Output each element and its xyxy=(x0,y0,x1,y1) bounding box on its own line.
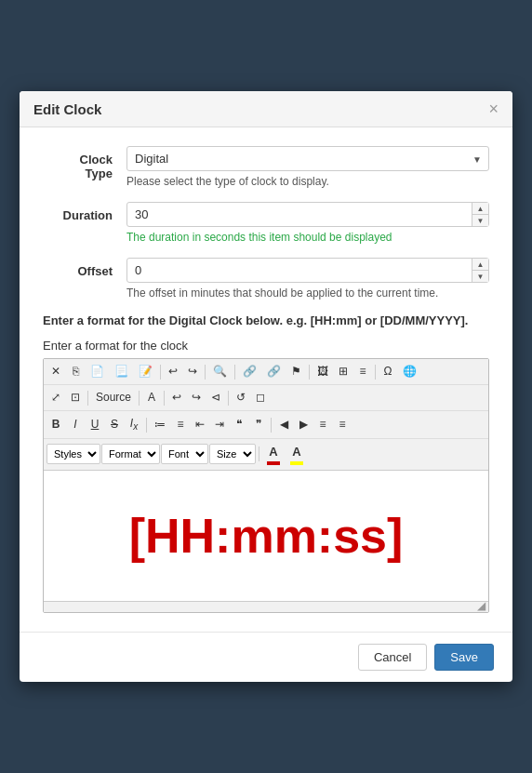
tb-sep-1 xyxy=(160,365,161,380)
edit-clock-modal: Edit Clock × ClockType Digital Analog Pl… xyxy=(20,91,512,681)
duration-down-button[interactable]: ▼ xyxy=(472,215,488,226)
tb-sep-10 xyxy=(146,418,147,433)
tb-show-blocks-button[interactable]: ⊡ xyxy=(66,387,85,408)
duration-input[interactable] xyxy=(126,202,489,227)
editor-toolbar: ✕ ⎘ 📄 📃 📝 ↩ ↪ 🔍 🔗 🔗 ⚑ xyxy=(44,359,488,470)
clock-type-wrap: Digital Analog Please select the type of… xyxy=(126,146,489,188)
offset-wrap: ▲ ▼ The offset in minutes that should be… xyxy=(126,258,489,300)
toolbar-row-1: ✕ ⎘ 📄 📃 📝 ↩ ↪ 🔍 🔗 🔗 ⚑ xyxy=(44,359,488,385)
tb-unlink-button[interactable]: 🔗 xyxy=(262,361,286,382)
tb-ltr-button[interactable]: ⊲ xyxy=(206,387,225,408)
tb-redo2-button[interactable]: ↪ xyxy=(187,387,206,408)
clock-type-group: ClockType Digital Analog Please select t… xyxy=(43,146,489,188)
resize-icon: ◢ xyxy=(477,602,486,611)
tb-sep-4 xyxy=(309,365,310,380)
offset-spinner-wrap: ▲ ▼ xyxy=(126,258,489,283)
tb-paste-button[interactable]: 📄 xyxy=(86,361,109,382)
toolbar-row-2: ⤢ ⊡ Source A ↩ ↪ ⊲ ↺ ◻ xyxy=(44,385,488,411)
tb-undo-button[interactable]: ↩ xyxy=(164,361,182,382)
cancel-button[interactable]: Cancel xyxy=(358,644,427,671)
editor-container: ✕ ⎘ 📄 📃 📝 ↩ ↪ 🔍 🔗 🔗 ⚑ xyxy=(43,358,489,612)
tb-ordered-list-button[interactable]: ≔ xyxy=(150,414,170,435)
font-select[interactable]: Font xyxy=(161,444,208,464)
styles-select[interactable]: Styles xyxy=(47,444,100,464)
offset-help: The offset in minutes that should be app… xyxy=(126,287,489,300)
tb-sep-12 xyxy=(259,446,259,461)
bg-color-a: A xyxy=(292,445,300,459)
size-select[interactable]: Size xyxy=(209,444,256,464)
clock-type-select[interactable]: Digital Analog xyxy=(126,146,489,171)
tb-italic-button[interactable]: I xyxy=(66,414,85,435)
offset-up-button[interactable]: ▲ xyxy=(472,259,488,271)
toolbar-row-3: B I U S Ix ≔ ≡ ⇤ ⇥ ❝ ❞ ◀ ▶ xyxy=(44,411,488,439)
close-button[interactable]: × xyxy=(488,100,499,117)
tb-table-button[interactable]: ⊞ xyxy=(334,361,352,382)
tb-sep-2 xyxy=(205,365,206,380)
tb-sep-8 xyxy=(164,391,165,406)
offset-label: Offset xyxy=(43,258,126,278)
tb-align-justify-button[interactable]: ≡ xyxy=(333,414,352,435)
tb-copy-button[interactable]: ⎘ xyxy=(66,361,85,382)
tb-align-left-button[interactable]: ◀ xyxy=(274,414,293,435)
tb-outdent-button[interactable]: ⇤ xyxy=(191,414,209,435)
modal-title: Edit Clock xyxy=(33,101,101,117)
tb-align-right-button[interactable]: ≡ xyxy=(313,414,332,435)
tb-maximize-button[interactable]: ⤢ xyxy=(47,387,65,408)
tb-anchor-button[interactable]: ⚑ xyxy=(286,361,306,382)
tb-link-button[interactable]: 🔗 xyxy=(238,361,261,382)
editor-resize-handle[interactable]: ◢ xyxy=(44,601,488,612)
tb-redo-button[interactable]: ↪ xyxy=(183,361,202,382)
tb-find-button[interactable]: 🔍 xyxy=(208,361,232,382)
tb-special-char-button[interactable]: Ω xyxy=(379,361,397,382)
tb-bold-button[interactable]: B xyxy=(47,414,65,435)
tb-refresh-button[interactable]: ↺ xyxy=(232,387,250,408)
tb-sep-9 xyxy=(228,391,229,406)
tb-underline-button[interactable]: U xyxy=(86,414,104,435)
format-info-strong: Enter a format for the Digital Clock bel… xyxy=(43,313,468,327)
tb-bg-color-button[interactable]: A xyxy=(286,441,308,467)
duration-spinner-buttons: ▲ ▼ xyxy=(472,203,488,226)
tb-cut-button[interactable]: ✕ xyxy=(47,361,65,382)
offset-group: Offset ▲ ▼ The offset in minutes that sh… xyxy=(43,258,489,300)
tb-source-button[interactable]: Source xyxy=(91,387,136,408)
tb-iframe-button[interactable]: 🌐 xyxy=(398,361,421,382)
duration-group: Duration ▲ ▼ The duration in seconds thi… xyxy=(43,202,489,244)
tb-unordered-list-button[interactable]: ≡ xyxy=(171,414,190,435)
modal-header: Edit Clock × xyxy=(20,91,512,127)
tb-sep-6 xyxy=(87,391,88,406)
duration-up-button[interactable]: ▲ xyxy=(472,203,488,215)
modal-overlay: Edit Clock × ClockType Digital Analog Pl… xyxy=(0,0,532,773)
tb-unblockquote-button[interactable]: ❞ xyxy=(249,414,268,435)
clock-type-help: Please select the type of clock to displ… xyxy=(126,175,489,188)
editor-label: Enter a format for the clock xyxy=(43,339,489,353)
tb-font-color-button[interactable]: A xyxy=(262,441,285,467)
tb-sep-3 xyxy=(234,365,235,380)
editor-clock-format: [HH:mm:ss] xyxy=(129,508,404,564)
tb-hrule-button[interactable]: ≡ xyxy=(353,361,372,382)
editor-content[interactable]: [HH:mm:ss] xyxy=(44,471,488,601)
tb-paste-text-button[interactable]: 📃 xyxy=(110,361,133,382)
tb-image-button[interactable]: 🖼 xyxy=(313,361,333,382)
save-button[interactable]: Save xyxy=(434,644,494,671)
modal-footer: Cancel Save xyxy=(20,632,512,682)
tb-align-center-button[interactable]: ▶ xyxy=(294,414,313,435)
tb-strikethrough-button[interactable]: S xyxy=(105,414,124,435)
tb-remove-format-button[interactable]: A xyxy=(142,387,161,408)
tb-template-button[interactable]: ◻ xyxy=(251,387,270,408)
tb-sep-5 xyxy=(375,365,376,380)
tb-paste-word-button[interactable]: 📝 xyxy=(134,361,157,382)
tb-subscript-button[interactable]: Ix xyxy=(125,413,143,436)
duration-help: The duration in seconds this item should… xyxy=(126,231,489,244)
tb-sep-11 xyxy=(271,418,272,433)
offset-spinner-buttons: ▲ ▼ xyxy=(472,259,488,282)
offset-down-button[interactable]: ▼ xyxy=(472,271,488,282)
bg-color-bar xyxy=(290,461,303,465)
tb-indent-button[interactable]: ⇥ xyxy=(210,414,229,435)
offset-input[interactable] xyxy=(126,258,489,283)
format-select[interactable]: Format xyxy=(101,444,160,464)
tb-undo2-button[interactable]: ↩ xyxy=(167,387,186,408)
duration-wrap: ▲ ▼ The duration in seconds this item sh… xyxy=(126,202,489,244)
tb-blockquote-button[interactable]: ❝ xyxy=(230,414,248,435)
format-info: Enter a format for the Digital Clock bel… xyxy=(43,313,489,327)
tb-sep-7 xyxy=(139,391,140,406)
